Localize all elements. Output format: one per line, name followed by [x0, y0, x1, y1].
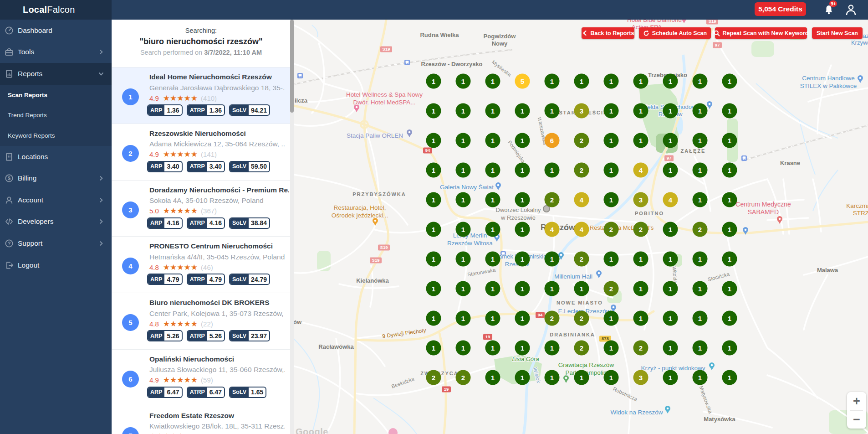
result-item-1[interactable]: 1Ideal Home Nieruchomości RzeszówGenerał…	[112, 67, 290, 124]
rank-marker-value: 1	[609, 315, 613, 322]
chevron-left-icon	[582, 30, 588, 36]
rank-marker-value: 1	[609, 166, 613, 174]
sidebar-item-logout[interactable]: Logout	[0, 254, 112, 276]
rank-marker-value: 1	[461, 255, 465, 263]
map-label: Rzeszów Witosa	[447, 240, 493, 247]
train-station-icon	[741, 155, 747, 161]
rank-marker-value: 1	[521, 166, 524, 174]
rank-marker-value: 1	[550, 166, 554, 174]
gas-station-pin-icon	[407, 129, 412, 137]
sidebar-subitem-trend-reports[interactable]: Trend Reports	[0, 105, 112, 125]
panel-scrollbar[interactable]	[290, 20, 294, 434]
result-item-2[interactable]: 2Rzeszowskie NieruchomościAdama Mickiewi…	[112, 124, 290, 181]
poi-dot-icon	[388, 428, 398, 434]
arp-chip: ARP1.36	[147, 104, 183, 116]
rank-marker-value: 1	[639, 78, 643, 85]
hotel-pin-icon	[681, 20, 687, 23]
user-account-icon[interactable]	[845, 3, 857, 16]
map-label: Robotnicza	[612, 386, 638, 402]
app-logo[interactable]: LocalFalcon	[0, 0, 112, 20]
rank-marker-value: 2	[461, 374, 465, 382]
rank-marker-value: 2	[639, 344, 643, 352]
map-label: Krasne	[780, 160, 800, 166]
map-label: NOWE MIASTO	[557, 300, 603, 305]
rank-marker-value: 1	[491, 255, 495, 263]
sidebar-item-label: Account	[18, 196, 43, 204]
zoom-in-button[interactable]: +	[847, 392, 866, 410]
credits-button[interactable]: 5,054 Credits	[755, 2, 806, 16]
rank-marker-value: 3	[580, 107, 583, 115]
rank-marker-value: 4	[669, 196, 673, 204]
rank-marker-value: 2	[550, 196, 554, 204]
business-address: Adama Mickiewicza 12, 35-064 Rzeszów, ..…	[149, 140, 285, 148]
rank-marker-value: 1	[461, 196, 465, 204]
rank-badge: 4	[122, 258, 139, 274]
result-item-5[interactable]: 5Biuro nieruchomości DK BROKERSCenter Pa…	[112, 293, 290, 350]
rank-marker-value: 1	[521, 137, 524, 145]
map-label: Restauracja, Hotel,	[334, 204, 386, 211]
sidebar-item-billing[interactable]: $Billing	[0, 167, 112, 189]
rank-badge: 2	[122, 145, 139, 162]
result-item-7[interactable]: 7Freedom Estate RzeszowKwiatkowskiego 2B…	[112, 406, 290, 434]
sidebar-item-tools[interactable]: Tools	[0, 41, 112, 63]
sidebar-item-locations[interactable]: Locations	[0, 146, 112, 168]
map-canvas[interactable]: Hotel Blue DiamondActive SPAJazKrzywd.Ru…	[294, 20, 868, 434]
top-bar: LocalFalcon 5,054 Credits 9+	[0, 0, 868, 20]
rank-marker-value: 1	[728, 315, 731, 322]
back-to-reports-button[interactable]: Back to Reports	[582, 27, 634, 39]
sidebar-subitem-scan-reports[interactable]: Scan Reports	[0, 85, 112, 105]
rank-marker-value: 1	[669, 255, 672, 263]
map-label: Matysówka	[704, 416, 735, 423]
billing-icon: $	[5, 174, 14, 183]
searching-label: Searching:	[112, 20, 290, 34]
rank-marker-value: 1	[698, 344, 702, 352]
rank-marker-value: 1	[698, 285, 702, 293]
zoom-out-button[interactable]: −	[847, 410, 866, 429]
result-item-6[interactable]: 6Opaliński NieruchomościJuliusza Słowack…	[112, 350, 290, 406]
rating-value: 5.0	[149, 207, 159, 215]
map-label: Matysowska	[698, 385, 713, 414]
review-count: (46)	[201, 264, 213, 271]
rank-marker-value: 1	[639, 107, 643, 115]
rank-marker-value: 1	[728, 374, 731, 382]
start-new-scan-button[interactable]: Start New Scan	[812, 27, 863, 39]
sidebar-item-label: Locations	[18, 153, 48, 161]
rank-marker-value: 1	[698, 78, 702, 85]
train-station-icon	[404, 60, 410, 65]
map-label: Witolda	[671, 266, 678, 284]
result-item-3[interactable]: 3Doradzamy Nieruchomości - Premium Re...…	[112, 181, 290, 237]
rank-marker-value: 1	[491, 315, 495, 322]
route-shield: 97	[713, 42, 722, 48]
rank-marker-value: 1	[669, 315, 672, 322]
sidebar-item-developers[interactable]: Developers	[0, 211, 112, 233]
repeat-scan-new-keyword-button[interactable]: Repeat Scan with New Keyword	[715, 27, 807, 39]
rank-marker-value: 1	[521, 196, 524, 204]
map-label: PRZYBYSZÓWKA	[352, 191, 406, 197]
rank-marker-value: 1	[491, 196, 495, 204]
svg-text:97: 97	[667, 155, 672, 160]
rank-marker-value: 1	[580, 78, 583, 85]
arp-chip: ARP4.16	[147, 217, 183, 229]
business-name: Ideal Home Nieruchomości Rzeszów	[149, 73, 289, 81]
solv-chip: SoLV59.50	[229, 161, 270, 172]
map-label: Krzywd.	[851, 39, 868, 46]
sidebar-item-account[interactable]: Account	[0, 189, 112, 211]
sidebar-item-support[interactable]: ?Support	[0, 232, 112, 254]
sidebar-item-reports[interactable]: Reports	[0, 63, 112, 85]
sidebar-subitem-keyword-reports[interactable]: Keyword Reports	[0, 125, 112, 146]
rank-marker-value: 1	[609, 78, 613, 85]
result-item-4[interactable]: 4PRONESTO Centrum NieruchomościHetmańska…	[112, 237, 290, 293]
svg-text:97: 97	[715, 42, 720, 47]
rank-marker-value: 1	[461, 285, 465, 293]
rating-value: 4.8	[149, 320, 159, 328]
rank-marker-value: 2	[580, 255, 583, 263]
sidebar-item-dashboard[interactable]: Dashboard	[0, 20, 112, 41]
schedule-auto-scan-button[interactable]: Schedule Auto Scan	[639, 27, 711, 39]
rank-marker-value: 1	[550, 344, 554, 352]
panel-scrollbar-thumb[interactable]	[290, 20, 294, 113]
map-label: ZAŁĘŻE	[681, 148, 706, 154]
solv-chip: SoLV94.21	[229, 104, 270, 116]
svg-text:$: $	[8, 176, 10, 181]
sidebar-submenu-reports: Scan ReportsTrend ReportsKeyword Reports	[0, 85, 112, 146]
business-name: Opaliński Nieruchomości	[149, 355, 289, 363]
